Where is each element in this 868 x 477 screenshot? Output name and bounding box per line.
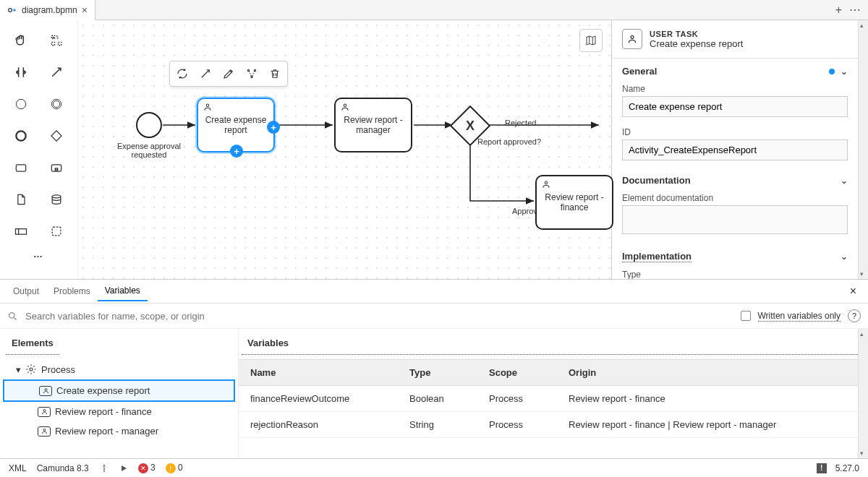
task-label: Create expense report — [201, 115, 271, 135]
ctx-connect[interactable] — [195, 63, 216, 85]
svg-rect-11 — [15, 229, 26, 235]
doc-field-label: Element documentation — [622, 193, 848, 203]
context-toolbar — [169, 61, 288, 87]
search-input[interactable] — [25, 311, 733, 322]
start-event[interactable] — [136, 112, 162, 138]
lasso-tool[interactable] — [45, 29, 68, 52]
element-name-label: Create expense report — [650, 38, 743, 49]
tree-task-create[interactable]: Create expense report — [3, 379, 235, 402]
tab-problems[interactable]: Problems — [46, 282, 98, 301]
doc-textarea[interactable] — [622, 205, 848, 234]
variables-panel: Variables Name Type Scope Origin finance… — [239, 329, 858, 458]
svg-point-15 — [251, 76, 252, 77]
section-general[interactable]: General ⌄ — [612, 59, 858, 81]
tree-task-finance[interactable]: Review report - finance — [3, 402, 235, 421]
svg-point-28 — [43, 429, 46, 431]
svg-point-1 — [13, 9, 16, 12]
bpmn-file-icon — [7, 5, 17, 15]
table-row[interactable]: rejectionReason String Process Review re… — [239, 412, 858, 438]
svg-point-10 — [52, 195, 61, 198]
impl-type-label: Type — [622, 270, 848, 279]
hand-tool[interactable] — [9, 29, 33, 52]
data-store-tool[interactable] — [45, 188, 68, 211]
toolbox: … — [0, 20, 78, 279]
minimap-toggle[interactable] — [579, 29, 603, 52]
properties-panel: USER TASK Create expense report General … — [611, 20, 868, 279]
tab-output[interactable]: Output — [6, 282, 46, 301]
close-panel-button[interactable]: × — [844, 285, 862, 298]
file-tab[interactable]: diagram.bpmn × — [0, 0, 95, 20]
new-tab-button[interactable]: + — [835, 4, 842, 17]
chevron-down-icon: ⌄ — [841, 176, 848, 186]
id-field-label: ID — [622, 127, 848, 137]
ctx-change-type[interactable] — [171, 63, 193, 85]
connect-tool[interactable] — [45, 61, 68, 84]
xml-toggle[interactable]: XML — [9, 463, 27, 473]
ctx-delete[interactable] — [264, 63, 286, 85]
svg-rect-12 — [52, 227, 61, 236]
status-bar: XML Camunda 8.3 ✕ 3 ! 0 ! 5.27.0 — [0, 458, 868, 477]
task-label: Review report - manager — [339, 115, 408, 135]
pool-tool[interactable] — [9, 220, 33, 243]
svg-point-26 — [45, 389, 47, 391]
tree-task-manager[interactable]: Review report - manager — [3, 421, 235, 441]
tree-process[interactable]: ▾ Process — [3, 359, 235, 379]
feedback-icon[interactable]: ! — [817, 463, 827, 473]
elements-header: Elements — [6, 336, 59, 355]
chevron-down-icon: ⌄ — [841, 252, 848, 262]
tab-menu-button[interactable]: ⋯ — [849, 3, 861, 17]
task-review-finance[interactable]: Review report - finance — [535, 175, 613, 230]
section-implementation[interactable]: Implementation ⌄ — [612, 244, 858, 267]
task-label: Review report - finance — [540, 192, 609, 212]
written-only-label[interactable]: Written variables only — [758, 311, 841, 322]
name-field-label: Name — [622, 84, 848, 94]
space-tool[interactable] — [9, 61, 33, 84]
tab-variables[interactable]: Variables — [98, 281, 148, 301]
play-icon[interactable] — [119, 464, 128, 473]
toolbox-more[interactable]: … — [3, 249, 75, 259]
subprocess-tool[interactable] — [45, 156, 68, 179]
svg-rect-7 — [16, 165, 25, 171]
group-tool[interactable] — [45, 220, 68, 243]
table-header: Name Type Scope Origin — [239, 359, 858, 386]
intermediate-event-tool[interactable] — [45, 93, 68, 116]
element-type-label: USER TASK — [650, 30, 743, 38]
props-scrollbar[interactable] — [858, 20, 868, 279]
svg-point-25 — [30, 368, 33, 371]
chevron-down-icon: ⌄ — [841, 66, 848, 77]
close-tab-icon[interactable]: × — [82, 4, 88, 16]
ctx-annotate[interactable] — [218, 63, 239, 85]
data-object-tool[interactable] — [9, 188, 33, 211]
task-review-manager[interactable]: Review report - manager — [334, 98, 412, 152]
append-badge-bottom[interactable]: + — [230, 145, 243, 158]
task-create-expense[interactable]: Create expense report + + — [197, 98, 275, 152]
name-input[interactable] — [622, 96, 848, 117]
error-count[interactable]: ✕ 3 — [138, 463, 156, 473]
section-modified-dot — [829, 69, 835, 74]
user-task-icon — [541, 179, 551, 189]
start-event-tool[interactable] — [9, 93, 33, 116]
written-only-checkbox[interactable] — [741, 311, 751, 321]
bottom-scrollbar[interactable] — [858, 329, 868, 458]
end-event-tool[interactable] — [9, 124, 33, 147]
user-task-icon — [340, 102, 350, 112]
svg-point-4 — [54, 100, 60, 107]
svg-point-20 — [206, 104, 209, 107]
id-input[interactable] — [622, 139, 848, 160]
deploy-icon[interactable] — [99, 463, 109, 473]
user-task-icon — [203, 102, 213, 112]
svg-point-2 — [16, 99, 25, 108]
svg-point-22 — [545, 181, 548, 184]
table-row[interactable]: financeReviewOutcome Boolean Process Rev… — [239, 386, 858, 412]
svg-point-21 — [344, 104, 346, 107]
warning-count[interactable]: ! 0 — [166, 463, 183, 473]
engine-label[interactable]: Camunda 8.3 — [37, 463, 89, 473]
gateway-tool[interactable] — [45, 124, 68, 147]
section-documentation[interactable]: Documentation ⌄ — [612, 168, 858, 190]
canvas[interactable]: Expense approval requested Create expens… — [78, 20, 611, 279]
append-badge-right[interactable]: + — [267, 121, 280, 134]
ctx-distribute[interactable] — [241, 63, 263, 85]
svg-rect-6 — [51, 131, 61, 141]
help-icon[interactable]: ? — [848, 309, 861, 322]
task-tool[interactable] — [9, 156, 33, 179]
